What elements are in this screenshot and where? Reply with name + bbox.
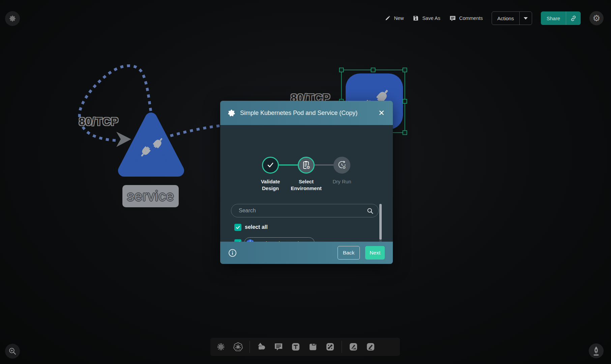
dialog-body: ⚙ ⚙ Validate Design Select Environment D… [220, 125, 393, 242]
plug-icon [139, 133, 165, 161]
zoom-in-button[interactable] [5, 344, 20, 359]
actions-label: Actions [492, 16, 519, 21]
edge-to-pod [170, 125, 223, 136]
toolbar-divider [342, 341, 342, 353]
save-as-button[interactable]: Save As [412, 15, 440, 22]
media-icon [308, 342, 318, 352]
comments-label: Comments [459, 16, 483, 21]
text-tool-button[interactable] [290, 341, 301, 353]
svg-text:⚙: ⚙ [342, 165, 346, 170]
media-tool-button[interactable] [307, 341, 319, 353]
dry-run-gear-icon: ⚙ [337, 160, 347, 170]
edge-arrowhead-icon [116, 132, 131, 147]
connection-icon [325, 342, 335, 352]
select-all-checkbox[interactable] [234, 224, 241, 231]
freehand-draw-button[interactable] [365, 341, 376, 353]
comments-button[interactable]: Comments [449, 15, 483, 22]
meshery-logo-icon [8, 14, 17, 23]
step-select-environment[interactable]: ⚙ [298, 157, 315, 174]
link-icon [570, 15, 577, 22]
close-icon[interactable]: ✕ [377, 108, 386, 118]
edge-loop[interactable] [80, 66, 223, 141]
comment-icon [449, 15, 456, 22]
settings-button[interactable]: ⚙ [589, 11, 604, 25]
edge-port-label: 80/TCP [79, 115, 119, 128]
step-label-dry-run: Dry Run [323, 178, 360, 185]
shapes-icon [256, 342, 266, 352]
pencil-icon [384, 15, 391, 22]
deploy-dialog: Simple Kubernetes Pod and Service (Copy)… [220, 101, 393, 264]
canvas-toolbar [210, 338, 400, 356]
search-icon[interactable] [367, 207, 374, 214]
component-icon [216, 342, 226, 352]
shapes-tool-button[interactable] [256, 341, 267, 353]
pen-tool-icon [348, 342, 358, 352]
meshery-design-canvas: 80/TCP 80/TCP service New [0, 0, 611, 364]
pen-tool-button[interactable] [348, 341, 359, 353]
top-action-bar: New Save As Comments Actions [384, 11, 604, 25]
new-label: New [394, 16, 404, 21]
gear-icon: ⚙ [592, 14, 600, 23]
environment-search [231, 204, 379, 217]
share-label: Share [541, 16, 566, 21]
kubernetes-icon [233, 342, 243, 352]
new-button[interactable]: New [384, 15, 404, 22]
caret-down-icon [524, 17, 528, 20]
actions-dropdown-toggle[interactable] [519, 12, 532, 25]
meshery-logo-button[interactable] [5, 11, 20, 26]
floppy-save-icon [412, 15, 419, 22]
step-connector-done [279, 164, 298, 165]
clipboard-gear-icon: ⚙ [301, 160, 311, 170]
pen-nib-icon [590, 345, 602, 357]
save-as-label: Save As [422, 16, 440, 21]
copy-link-button[interactable] [566, 11, 581, 25]
dialog-title: Simple Kubernetes Pod and Service (Copy) [240, 110, 377, 117]
comment-tool-button[interactable] [273, 341, 284, 353]
next-button[interactable]: Next [365, 246, 385, 260]
freehand-draw-icon [366, 342, 376, 352]
annotate-button[interactable] [589, 343, 604, 358]
step-label-validate-design: Validate Design [252, 178, 289, 192]
step-label-select-environment: Select Environment [288, 178, 325, 192]
service-node[interactable] [124, 119, 178, 171]
component-tool-button[interactable] [215, 341, 227, 353]
vertical-scrollbar-thumb[interactable] [379, 204, 382, 240]
comment-icon [273, 342, 284, 352]
zoom-in-icon [8, 347, 17, 356]
check-icon [235, 225, 240, 230]
text-icon [291, 342, 301, 352]
actions-button[interactable]: Actions [492, 11, 532, 25]
dialog-header: Simple Kubernetes Pod and Service (Copy)… [220, 101, 393, 125]
svg-text:⚙: ⚙ [306, 165, 310, 170]
search-input[interactable] [238, 207, 367, 214]
back-button[interactable]: Back [338, 246, 360, 260]
step-validate-design[interactable] [262, 157, 279, 174]
meshery-logo-icon [227, 109, 236, 118]
check-icon [266, 160, 275, 170]
share-button[interactable]: Share [541, 11, 581, 25]
step-dry-run: ⚙ [333, 157, 350, 174]
select-all-label: select all [245, 224, 268, 230]
connection-tool-button[interactable] [324, 341, 336, 353]
step-connector-pending [315, 164, 333, 165]
toolbar-divider [250, 341, 250, 353]
info-icon[interactable] [228, 249, 237, 257]
dialog-footer: Back Next [220, 242, 393, 264]
service-node-label: service [122, 185, 179, 207]
kubernetes-tool-button[interactable] [232, 341, 244, 353]
